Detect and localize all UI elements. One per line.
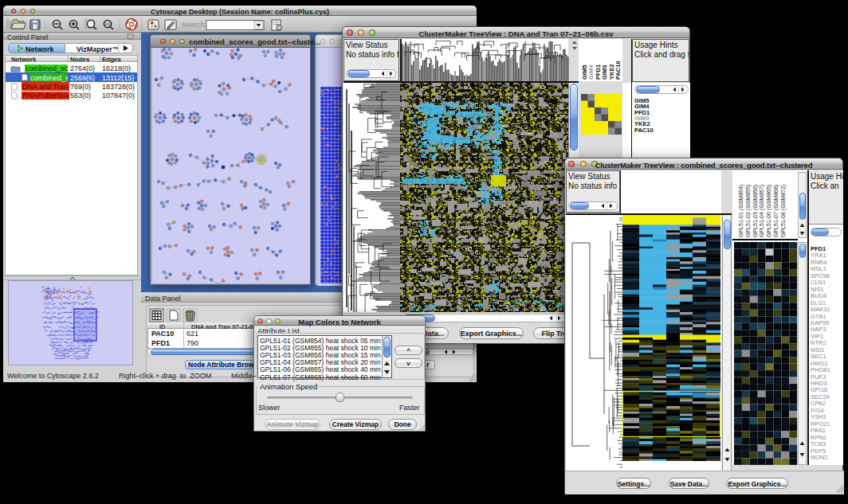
svg-text:GPL51-06 (GSM865): GPL51-06 (GSM865) [766, 185, 772, 237]
svg-text:GPL51-08 (GSM872): GPL51-08 (GSM872) [780, 185, 787, 237]
svg-text:1:1: 1:1 [105, 22, 111, 26]
svg-text:GPL51-01 (GSM854): GPL51-01 (GSM854) [738, 185, 744, 237]
svg-text:PAC10: PAC10 [614, 61, 622, 80]
svg-text:GPL51-04 (GSM857): GPL51-04 (GSM857) [759, 185, 765, 237]
svg-text:GPL51-03 (GSM856): GPL51-03 (GSM856) [752, 185, 759, 237]
svg-text:Search:: Search: [182, 21, 206, 29]
svg-text:GPL51-02 (GSM855): GPL51-02 (GSM855) [745, 185, 752, 237]
svg-text:GPL51-07 (GSM868): GPL51-07 (GSM868) [773, 185, 779, 237]
